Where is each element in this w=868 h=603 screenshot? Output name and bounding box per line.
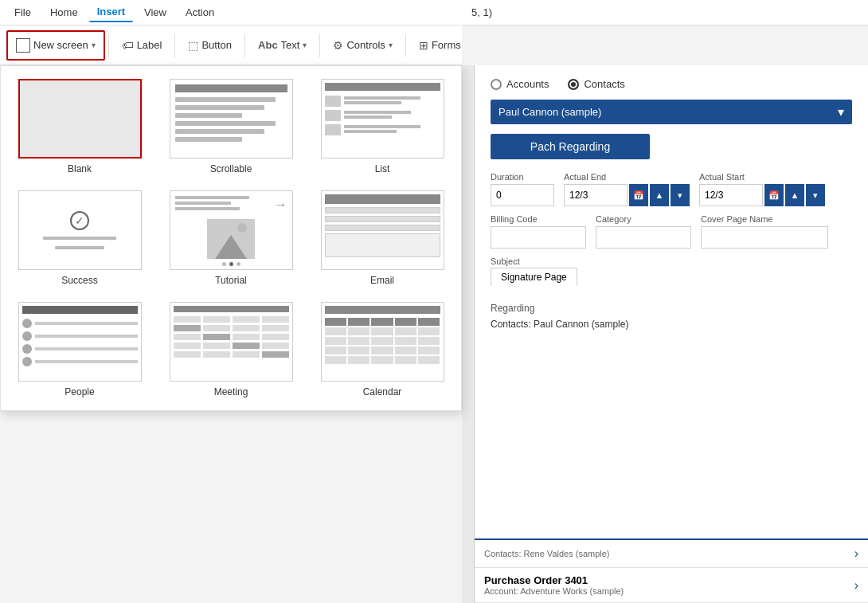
text-button[interactable]: Abc Text ▾ bbox=[248, 30, 316, 61]
duration-label: Duration bbox=[491, 172, 554, 182]
text-chevron: ▾ bbox=[303, 41, 307, 49]
template-scrollable-thumb bbox=[170, 79, 293, 159]
template-calendar-thumb bbox=[321, 302, 444, 382]
toolbar-sep-4 bbox=[319, 33, 320, 57]
actual-start-input-group: 📅 ▲ ▾ bbox=[699, 184, 825, 206]
toolbar-sep-1 bbox=[108, 33, 109, 57]
template-blank[interactable]: Blank bbox=[14, 79, 146, 174]
menu-action[interactable]: Action bbox=[178, 3, 222, 22]
text-icon: Abc bbox=[258, 39, 278, 51]
signature-tab[interactable]: Signature Page bbox=[491, 268, 577, 286]
contacts-radio-label: Contacts bbox=[584, 78, 624, 90]
accounts-radio[interactable]: Accounts bbox=[491, 78, 549, 90]
actual-start-calendar-button[interactable]: 📅 bbox=[764, 184, 784, 206]
button-label: Button bbox=[201, 39, 232, 51]
list-item-0-chevron-icon: › bbox=[854, 546, 858, 561]
list-item-0-subtitle: Contacts: Rene Valdes (sample) bbox=[484, 549, 610, 558]
pach-regarding-button[interactable]: Pach Regarding bbox=[491, 134, 650, 159]
template-tutorial-label: Tutorial bbox=[215, 275, 247, 286]
accounts-radio-circle bbox=[491, 79, 502, 90]
list-item-1[interactable]: Purchase Order 3401 Account: Adventure W… bbox=[475, 568, 868, 603]
contact-dropdown[interactable]: Paul Cannon (sample) ▾ bbox=[491, 100, 852, 124]
newscreen-label: New screen bbox=[33, 39, 88, 51]
toolbar-sep-3 bbox=[244, 33, 245, 57]
template-grid: Blank Scrollable bbox=[14, 79, 448, 397]
menu-insert[interactable]: Insert bbox=[89, 2, 133, 22]
radio-row: Accounts Contacts bbox=[491, 78, 852, 90]
button-button[interactable]: ⬚ Button bbox=[178, 30, 241, 61]
template-tutorial-thumb: → bbox=[170, 190, 293, 270]
category-input[interactable] bbox=[596, 226, 691, 249]
template-meeting-label: Meeting bbox=[214, 386, 248, 397]
template-people-label: People bbox=[65, 386, 94, 397]
actual-end-up-button[interactable]: ▲ bbox=[650, 184, 669, 206]
text-label: Text bbox=[281, 39, 300, 51]
form-area: Accounts Contacts Paul Cannon (sample) ▾… bbox=[475, 65, 868, 603]
list-item-1-subtitle: Account: Adventure Works (sample) bbox=[484, 586, 624, 596]
template-success[interactable]: ✓ Success bbox=[14, 190, 146, 286]
list-item-1-chevron-icon: › bbox=[854, 578, 858, 593]
regarding-section: Regarding bbox=[491, 298, 852, 319]
menu-home[interactable]: Home bbox=[42, 3, 86, 22]
button-icon: ⬚ bbox=[188, 39, 198, 52]
duration-input[interactable] bbox=[491, 184, 554, 206]
actual-start-label: Actual Start bbox=[699, 172, 825, 182]
template-calendar-label: Calendar bbox=[363, 386, 402, 397]
list-items: Contacts: Rene Valdes (sample) › Purchas… bbox=[475, 538, 868, 603]
newscreen-button[interactable]: New screen ▾ bbox=[6, 30, 105, 61]
template-people[interactable]: People bbox=[14, 302, 146, 397]
duration-field: Duration bbox=[491, 172, 554, 206]
template-email[interactable]: Email bbox=[316, 190, 448, 286]
cover-page-input[interactable] bbox=[701, 226, 828, 249]
toolbar-sep-5 bbox=[405, 33, 406, 57]
actual-start-field: Actual Start 📅 ▲ ▾ bbox=[699, 172, 825, 206]
actual-start-up-button[interactable]: ▲ bbox=[785, 184, 804, 206]
newscreen-chevron: ▾ bbox=[92, 41, 96, 49]
template-meeting-thumb bbox=[170, 302, 293, 382]
forms-label: Forms bbox=[432, 39, 461, 51]
left-ruler bbox=[462, 65, 475, 603]
actual-end-calendar-button[interactable]: 📅 bbox=[629, 184, 648, 206]
template-email-thumb bbox=[321, 190, 444, 270]
list-item-0[interactable]: Contacts: Rene Valdes (sample) › bbox=[475, 540, 868, 568]
controls-label: Controls bbox=[346, 39, 385, 51]
template-tutorial[interactable]: → Tutorial bbox=[165, 190, 297, 286]
template-meeting[interactable]: Meeting bbox=[165, 302, 297, 397]
form-row-2: Billing Code Category Cover Page Name bbox=[491, 214, 852, 249]
newscreen-icon bbox=[16, 38, 30, 53]
contacts-radio-circle bbox=[568, 79, 579, 90]
actual-end-input-group: 📅 ▲ ▾ bbox=[564, 184, 690, 206]
menu-view[interactable]: View bbox=[136, 3, 174, 22]
actual-start-down-button[interactable]: ▾ bbox=[806, 184, 825, 206]
menu-file[interactable]: File bbox=[6, 3, 39, 22]
contacts-radio[interactable]: Contacts bbox=[568, 78, 624, 90]
template-dropdown: Blank Scrollable bbox=[0, 65, 462, 411]
app-content: 5, 1) Accounts Contacts Paul Cannon (sam… bbox=[462, 0, 868, 603]
regarding-label: Regarding bbox=[491, 303, 534, 314]
label-icon: 🏷 bbox=[122, 38, 134, 52]
template-scrollable[interactable]: Scrollable bbox=[165, 79, 297, 174]
actual-end-input[interactable] bbox=[564, 184, 628, 206]
dropdown-chevron-icon: ▾ bbox=[838, 104, 844, 119]
controls-button[interactable]: ⚙ Controls ▾ bbox=[323, 30, 401, 61]
template-people-thumb bbox=[18, 302, 142, 382]
forms-icon: ⊞ bbox=[419, 39, 428, 52]
template-calendar[interactable]: Calendar bbox=[316, 302, 448, 397]
label-button[interactable]: 🏷 Label bbox=[112, 30, 172, 61]
category-label: Category bbox=[596, 214, 691, 224]
billing-code-label: Billing Code bbox=[491, 214, 586, 224]
controls-chevron: ▾ bbox=[389, 41, 393, 49]
billing-code-field: Billing Code bbox=[491, 214, 586, 249]
list-item-1-content: Purchase Order 3401 Account: Adventure W… bbox=[484, 574, 624, 596]
contact-dropdown-value: Paul Cannon (sample) bbox=[499, 106, 601, 118]
template-list[interactable]: List bbox=[316, 79, 448, 174]
actual-end-label: Actual End bbox=[564, 172, 690, 182]
subject-label: Subject bbox=[491, 256, 852, 266]
category-field: Category bbox=[596, 214, 691, 249]
template-success-label: Success bbox=[61, 275, 97, 286]
actual-start-input[interactable] bbox=[699, 184, 763, 206]
actual-end-down-button[interactable]: ▾ bbox=[671, 184, 690, 206]
toolbar-sep-2 bbox=[174, 33, 175, 57]
accounts-radio-label: Accounts bbox=[506, 78, 549, 90]
billing-code-input[interactable] bbox=[491, 226, 586, 249]
